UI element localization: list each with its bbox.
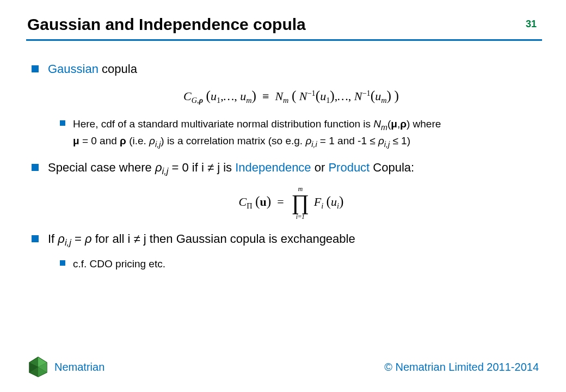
text-b2-ij: i,j: [162, 166, 169, 176]
formula-product-copula: CΠ (u) = m ∏ i=1 Fi (ui): [48, 186, 534, 220]
text-N: N: [373, 118, 381, 130]
slide-title: Gaussian and Independence copula: [27, 15, 539, 34]
copyright-text: © Nematrian Limited 2011-2014: [384, 361, 539, 373]
logo-area: Nematrian: [27, 356, 104, 378]
page-number: 31: [526, 19, 537, 30]
text-rho2: ρ: [120, 135, 126, 146]
text-ie: (i.e.: [126, 135, 149, 146]
text-rhoii: ρ: [305, 135, 311, 146]
text-independence: Independence: [235, 161, 311, 174]
text-eq0: = 0 and: [79, 135, 120, 146]
text-copula: copula: [99, 62, 137, 76]
text-cdo: c.f. CDO pricing etc.: [73, 258, 165, 270]
header: Gaussian and Independence copula: [27, 15, 539, 48]
text-ij-sub: i,j: [155, 139, 161, 148]
bullet-cdf-description: Here, cdf of a standard multivariate nor…: [60, 117, 534, 150]
bullet-gaussian-copula: Gaussian copula CG,ρ (u1,…, um) ≡ Nm ( N…: [32, 61, 534, 150]
text-or: or: [311, 161, 329, 174]
bullet-list: Gaussian copula CG,ρ (u1,…, um) ≡ Nm ( N…: [32, 61, 534, 271]
text-b2-rho: ρ: [155, 161, 162, 174]
company-name: Nematrian: [54, 361, 104, 373]
text-b3-ij: i,j: [65, 238, 71, 248]
text-special-pre: Special case where: [48, 161, 155, 174]
bullet-cdo: c.f. CDO pricing etc.: [60, 256, 534, 272]
text-close-where: ) where: [407, 118, 441, 130]
text-mu2: μ: [73, 135, 79, 146]
text-mu: μ: [391, 118, 397, 130]
text-eq1: = 1 and -1 ≤: [317, 135, 378, 146]
text-rho: ρ: [400, 118, 407, 130]
title-divider: [26, 39, 542, 41]
text-le1: ≤ 1): [390, 135, 410, 146]
text-product: Product: [328, 161, 370, 174]
text-if: If: [48, 232, 58, 246]
text-cdf-intro: Here, cdf of a standard multivariate nor…: [73, 118, 373, 130]
bullet-exchangeable: If ρi,j = ρ for all i ≠ j then Gaussian …: [32, 231, 534, 271]
text-m-sub: m: [381, 123, 387, 132]
text-gaussian: Gaussian: [48, 62, 99, 76]
text-rhoij: ρ: [149, 135, 155, 146]
text-copula2: Copula:: [370, 161, 414, 174]
text-special-mid: = 0 if i ≠ j is: [168, 161, 235, 174]
text-b3-eq: =: [71, 232, 85, 246]
formula-gaussian-copula: CG,ρ (u1,…, um) ≡ Nm ( N−1(u1),…, N−1(um…: [48, 86, 534, 106]
bullet-independence-copula: Special case where ρi,j = 0 if i ≠ j is …: [32, 160, 534, 220]
text-ii-sub: i,i: [311, 139, 317, 148]
text-corrmat: ) is a correlation matrix (so e.g.: [161, 135, 305, 146]
sub-bullets-gaussian: Here, cdf of a standard multivariate nor…: [60, 117, 534, 150]
slide: Gaussian and Independence copula 31 Gaus…: [0, 0, 566, 392]
text-b3-rho2: ρ: [85, 232, 92, 246]
text-rhoij2: ρ: [378, 135, 384, 146]
sub-bullets-exchangeable: c.f. CDO pricing etc.: [60, 256, 534, 272]
text-ij2-sub: i,j: [384, 139, 390, 148]
text-b3-rho: ρ: [58, 232, 65, 246]
content-area: Gaussian copula CG,ρ (u1,…, um) ≡ Nm ( N…: [32, 61, 534, 281]
nematrian-logo-icon: [27, 356, 49, 378]
text-b3-rest: for all i ≠ j then Gaussian copula is ex…: [92, 232, 355, 246]
footer: Nematrian © Nematrian Limited 2011-2014: [27, 356, 539, 378]
